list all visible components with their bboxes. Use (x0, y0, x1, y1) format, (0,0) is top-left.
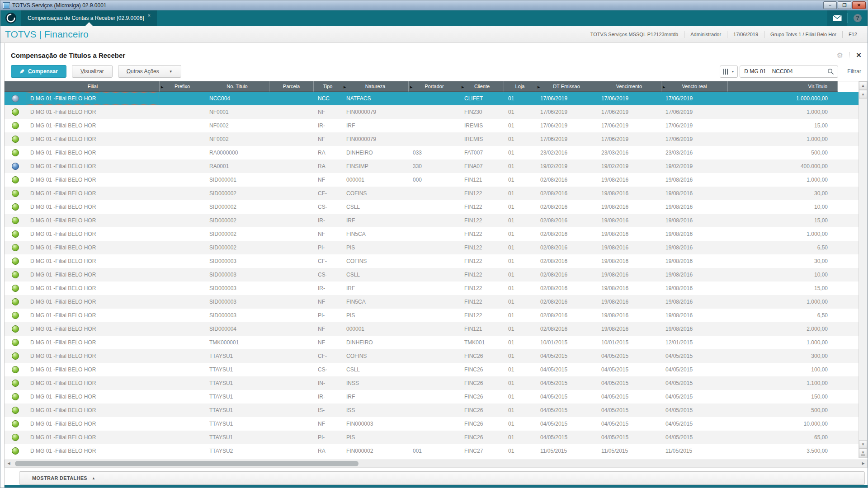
search-input[interactable] (740, 68, 827, 75)
scroll-left-icon[interactable]: ◀ (5, 460, 13, 467)
cell-vencimento: 04/05/2015 (597, 363, 661, 376)
scroll-to-end-icon[interactable]: ▼ (859, 449, 867, 457)
cell-filial: D MG 01 -Filial BELO HOR (26, 390, 160, 404)
window-title: TOTVS Serviços (Microsiga) 02.9.0001 (12, 2, 823, 9)
status-green-icon (12, 339, 19, 346)
table-row[interactable]: D MG 01 -Filial BELO HORTTAYSU1NFFIN0000… (5, 417, 859, 431)
column-header-cliente[interactable]: ▶Cliente (460, 81, 504, 92)
status-green-icon (12, 407, 19, 414)
column-header-portador[interactable]: ▶Portador (409, 81, 460, 92)
table-row[interactable]: D MG 01 -Filial BELO HORSID000003CF-COFI… (5, 254, 859, 268)
table-row[interactable]: D MG 01 -Filial BELO HORSID000002NFFIN5C… (5, 227, 859, 241)
column-marker-icon: ▶ (344, 82, 346, 92)
column-header-vlr-titulo[interactable]: Vlr.Titulo (728, 81, 838, 92)
table-row[interactable]: D MG 01 -Filial BELO HORTTAYSU1CF-COFINS… (5, 349, 859, 363)
column-header-vencimento[interactable]: Vencimento (597, 81, 661, 92)
outras-acoes-button[interactable]: Outras Ações ▼ (118, 65, 181, 78)
column-header-parcela[interactable]: Parcela (269, 81, 314, 92)
scroll-page-up-icon[interactable]: ▲ (859, 90, 867, 99)
row-filler (838, 92, 859, 105)
help-button[interactable]: ? (848, 10, 868, 26)
tab-close-icon[interactable]: × (148, 13, 151, 18)
table-row[interactable]: D MG 01 -Filial BELO HORNCC004NCCNATFACS… (5, 92, 859, 105)
column-header-loja[interactable]: Loja (504, 81, 536, 92)
column-header-dt-emissao[interactable]: ▶DT Emissao (536, 81, 597, 92)
scroll-down-icon[interactable]: ▼ (859, 440, 867, 449)
cell-tipo: NF (314, 336, 342, 349)
table-row[interactable]: D MG 01 -Filial BELO HORSID000002CS-CSLL… (5, 200, 859, 214)
cell-valor: 150,00 (728, 390, 838, 404)
cell-prefixo (160, 349, 205, 363)
column-header-filial[interactable]: Filial (26, 81, 160, 92)
search-icon[interactable] (827, 68, 834, 75)
table-row[interactable]: D MG 01 -Filial BELO HORTTAYSU1PI-PISFIN… (5, 431, 859, 444)
column-selector-button[interactable]: ▼ (720, 66, 738, 78)
table-row[interactable]: D MG 01 -Filial BELO HORSID000002PI-PISF… (5, 241, 859, 254)
column-header-natureza[interactable]: ▶Natureza (342, 81, 409, 92)
minimize-button[interactable]: – (823, 1, 837, 9)
cell-portador (409, 200, 460, 214)
totvs-logo[interactable] (0, 10, 21, 26)
status-green-icon (12, 420, 19, 427)
table-row[interactable]: D MG 01 -Filial BELO HORSID000001NF00000… (5, 173, 859, 187)
column-header-vencto-real[interactable]: ▶Vencto real (661, 81, 728, 92)
status-green-icon (12, 244, 19, 251)
table-row[interactable]: D MG 01 -Filial BELO HORSID000003PI-PISF… (5, 309, 859, 322)
tab-compensacao[interactable]: Compensação de Contas a Receber [02.9.00… (21, 10, 157, 26)
table-row[interactable]: D MG 01 -Filial BELO HORNF0001NFFIN00000… (5, 105, 859, 119)
table-row[interactable]: D MG 01 -Filial BELO HORTTAYSU1CS-CSLLFI… (5, 363, 859, 376)
column-header-prefixo[interactable]: ▶Prefixo (160, 81, 205, 92)
cell-prefixo (160, 92, 205, 105)
cell-prefixo (160, 444, 205, 458)
cell-natureza: FIN000002 (342, 444, 409, 458)
table-row[interactable]: D MG 01 -Filial BELO HORTTAYSU1IN-INSSFI… (5, 376, 859, 390)
table-row[interactable]: D MG 01 -Filial BELO HORSID000003IR-IRFF… (5, 282, 859, 295)
column-header-label: Cliente (474, 84, 490, 89)
close-button[interactable]: ✕ (852, 1, 866, 9)
table-row[interactable]: D MG 01 -Filial BELO HORNF0002IR-IRFIREM… (5, 119, 859, 132)
table-row[interactable]: D MG 01 -Filial BELO HORSID000002CF-COFI… (5, 187, 859, 200)
cell-loja: 01 (504, 200, 536, 214)
table-row[interactable]: D MG 01 -Filial BELO HORNF0002NFFIN00000… (5, 132, 859, 146)
cell-vencto_real: 04/05/2015 (661, 363, 728, 376)
cell-titulo: SID000002 (205, 227, 269, 241)
window-titlebar[interactable]: TOTVS Serviços (Microsiga) 02.9.0001 – ❐… (0, 0, 868, 10)
filtrar-link[interactable]: Filtrar (847, 68, 861, 75)
vertical-scroll-track[interactable] (859, 99, 867, 440)
cell-vencto_real: 19/08/2016 (661, 173, 728, 187)
scroll-up-icon[interactable]: ▲ (859, 81, 867, 90)
table-row[interactable]: D MG 01 -Filial BELO HORSID000004NF00000… (5, 322, 859, 336)
visualizar-button[interactable]: Visualizar (72, 65, 113, 78)
column-header-no-titulo[interactable]: No. Titulo (205, 81, 269, 92)
cell-vencto_real: 04/05/2015 (661, 431, 728, 444)
table-row[interactable]: D MG 01 -Filial BELO HORSID000003CS-CSLL… (5, 268, 859, 282)
horizontal-scroll-thumb[interactable] (15, 461, 359, 466)
scroll-right-icon[interactable]: ▶ (859, 460, 867, 467)
table-row[interactable]: D MG 01 -Filial BELO HORRA0001RAFINSIMP3… (5, 160, 859, 173)
fkey-label[interactable]: F12 (843, 32, 863, 37)
mostrar-detalhes-bar[interactable]: MOSTRAR DETALHES ▲ (19, 471, 865, 485)
table-row[interactable]: D MG 01 -Filial BELO HORTTAYSU2RAFIN0000… (5, 444, 859, 458)
cell-status (5, 322, 26, 336)
routine-close-icon[interactable]: × (856, 52, 861, 59)
cell-portador (409, 132, 460, 146)
table-row[interactable]: D MG 01 -Filial BELO HORTTAYSU1IR-IRFFIN… (5, 390, 859, 404)
group-branch-label[interactable]: Grupo Totvs 1 / Filial Belo Hor (764, 32, 842, 37)
cell-cliente: FIN122 (460, 282, 504, 295)
table-row[interactable]: D MG 01 -Filial BELO HORTTAYSU1IS-ISSFIN… (5, 404, 859, 417)
compensar-button[interactable]: ✎ Compensar (11, 65, 66, 78)
vertical-scrollbar[interactable]: ▲ ▲ ▼ ▼ (859, 81, 868, 458)
restore-button[interactable]: ❐ (838, 1, 851, 9)
table-row[interactable]: D MG 01 -Filial BELO HORSID000003NFFIN5C… (5, 295, 859, 309)
column-header-status[interactable] (5, 81, 26, 92)
column-header-tipo[interactable]: Tipo (314, 81, 342, 92)
cell-vencimento: 19/08/2016 (597, 214, 661, 227)
cell-tipo: PI- (314, 241, 342, 254)
table-row[interactable]: D MG 01 -Filial BELO HORRA0000000RADINHE… (5, 146, 859, 160)
horizontal-scrollbar[interactable]: ◀ ▶ (5, 460, 868, 468)
cell-tipo: RA (314, 444, 342, 458)
table-row[interactable]: D MG 01 -Filial BELO HORSID000002IR-IRFF… (5, 214, 859, 227)
mail-button[interactable] (827, 10, 847, 26)
table-row[interactable]: D MG 01 -Filial BELO HORTMK000001NFDINHE… (5, 336, 859, 349)
gear-icon[interactable]: ⚙ (837, 51, 843, 60)
